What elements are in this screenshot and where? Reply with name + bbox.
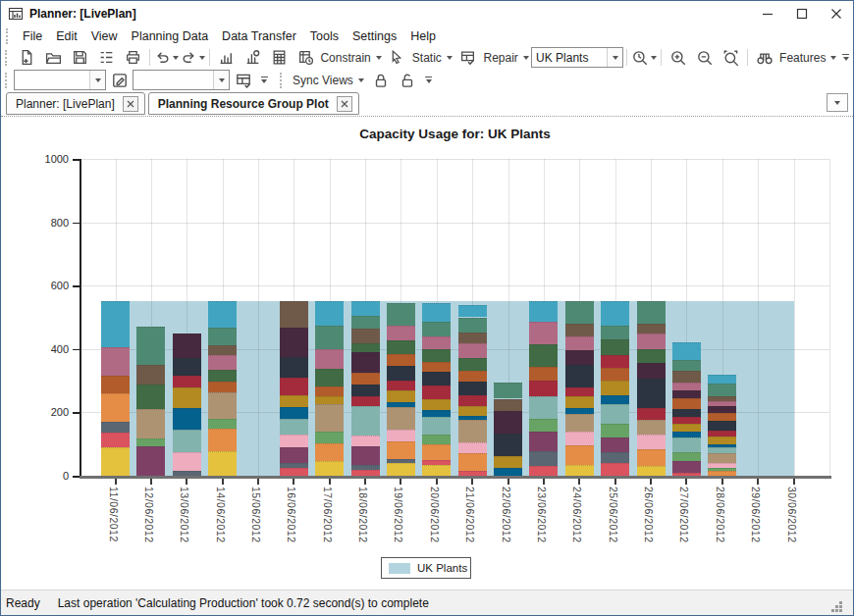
zoom-extents-button[interactable] <box>718 47 744 68</box>
bar-segment[interactable] <box>101 301 130 347</box>
calculator-button[interactable] <box>266 47 293 68</box>
bar-segment[interactable] <box>672 360 701 371</box>
bar-segment[interactable] <box>672 461 701 472</box>
bar-segment[interactable] <box>565 432 594 446</box>
view-combobox[interactable] <box>133 70 230 90</box>
bar-segment[interactable] <box>708 384 736 396</box>
bar-segment[interactable] <box>422 410 451 417</box>
bar-segment[interactable] <box>422 435 451 444</box>
bar-segment[interactable] <box>387 407 415 430</box>
bar-segment[interactable] <box>458 358 487 371</box>
combobox-dropdown[interactable] <box>213 71 229 89</box>
bar-segment[interactable] <box>136 409 165 438</box>
new-plan-button[interactable] <box>14 47 40 68</box>
find-button[interactable] <box>751 47 777 68</box>
bar-segment[interactable] <box>315 461 344 476</box>
undo-button[interactable] <box>153 47 180 68</box>
bar-segment[interactable] <box>601 339 629 355</box>
bar-segment[interactable] <box>494 456 522 468</box>
bar-segment[interactable] <box>208 419 237 429</box>
bar-segment[interactable] <box>672 398 701 409</box>
bar-segment[interactable] <box>173 387 201 408</box>
bar-segment[interactable] <box>387 402 415 407</box>
toolbar-overflow-button[interactable] <box>838 47 853 68</box>
menu-grip[interactable] <box>6 28 12 44</box>
schedule-regenerate-button[interactable] <box>293 47 319 68</box>
bar-segment[interactable] <box>208 451 237 476</box>
menu-view[interactable]: View <box>84 27 125 45</box>
bar-segment[interactable] <box>529 396 558 419</box>
bar-segment[interactable] <box>708 431 736 436</box>
zoom-out-button[interactable] <box>691 47 718 68</box>
repair-button[interactable]: Repair <box>481 47 531 68</box>
bar-segment[interactable] <box>351 436 380 446</box>
bar-segment[interactable] <box>422 322 451 336</box>
bar-segment[interactable] <box>101 393 130 422</box>
filter-combobox[interactable] <box>14 70 106 90</box>
bar-segment[interactable] <box>565 465 594 476</box>
bar-segment[interactable] <box>387 430 415 441</box>
bar-segment[interactable] <box>565 301 594 324</box>
sync-views-button[interactable]: Sync Views <box>289 70 368 90</box>
unlock-button[interactable] <box>395 70 421 90</box>
menu-file[interactable]: File <box>16 27 49 45</box>
bar-segment[interactable] <box>387 441 415 459</box>
bar-segment[interactable] <box>565 408 594 414</box>
bar-segment[interactable] <box>637 334 666 349</box>
bar-segment[interactable] <box>280 447 308 463</box>
bar-segment[interactable] <box>637 420 666 435</box>
redo-dropdown[interactable] <box>199 56 205 60</box>
bar-segment[interactable] <box>458 343 487 358</box>
bar-segment[interactable] <box>494 399 522 411</box>
bar-segment[interactable] <box>208 392 237 419</box>
tab-list-dropdown[interactable] <box>827 93 848 112</box>
open-button[interactable] <box>40 47 67 68</box>
bar-segment[interactable] <box>494 411 522 434</box>
bar-segment[interactable] <box>422 465 451 476</box>
bar-segment[interactable] <box>637 408 666 421</box>
zoom-in-button[interactable] <box>665 47 691 68</box>
bar-segment[interactable] <box>280 435 308 447</box>
bar-segment[interactable] <box>458 382 487 395</box>
bar-segment[interactable] <box>280 301 308 328</box>
menu-tools[interactable]: Tools <box>303 27 346 45</box>
bar-segment[interactable] <box>351 329 380 343</box>
bar-segment[interactable] <box>601 424 629 438</box>
bar-segment[interactable] <box>101 447 130 476</box>
bar-segment[interactable] <box>601 301 629 325</box>
bar-segment[interactable] <box>387 303 415 326</box>
toolbar-overflow-button[interactable] <box>256 70 272 90</box>
bar-segment[interactable] <box>601 463 629 476</box>
bar-segment[interactable] <box>708 401 736 406</box>
bar-segment[interactable] <box>672 424 701 432</box>
bar-segment[interactable] <box>101 422 130 433</box>
bar-segment[interactable] <box>601 355 629 368</box>
bar-segment[interactable] <box>136 365 165 385</box>
bar-segment[interactable] <box>601 395 629 405</box>
undo-dropdown[interactable] <box>173 56 179 60</box>
bar-segment[interactable] <box>351 465 380 470</box>
bar-segment[interactable] <box>173 430 201 452</box>
tab-close-button[interactable] <box>123 96 138 112</box>
bar-segment[interactable] <box>708 444 736 447</box>
bar-segment[interactable] <box>458 420 487 442</box>
bar-segment[interactable] <box>315 386 344 396</box>
bar-segment[interactable] <box>708 447 736 453</box>
bar-segment[interactable] <box>208 355 237 370</box>
bar-segment[interactable] <box>101 376 130 393</box>
bar-segment[interactable] <box>136 446 165 476</box>
plan-options-button[interactable] <box>93 47 120 68</box>
bar-segment[interactable] <box>351 301 380 316</box>
bar-segment[interactable] <box>494 434 522 456</box>
menu-planning-data[interactable]: Planning Data <box>125 27 216 45</box>
bar-segment[interactable] <box>315 349 344 369</box>
bar-segment[interactable] <box>529 466 558 476</box>
edit-filter-button[interactable] <box>106 70 133 90</box>
bar-segment[interactable] <box>601 437 629 452</box>
bar-segment[interactable] <box>136 327 165 365</box>
bar-segment[interactable] <box>458 406 487 416</box>
bar-segment[interactable] <box>136 438 165 446</box>
bar-segment[interactable] <box>387 459 415 463</box>
bar-segment[interactable] <box>315 432 344 443</box>
tab-resource-group-plot[interactable]: Planning Resource Group Plot <box>148 92 359 115</box>
